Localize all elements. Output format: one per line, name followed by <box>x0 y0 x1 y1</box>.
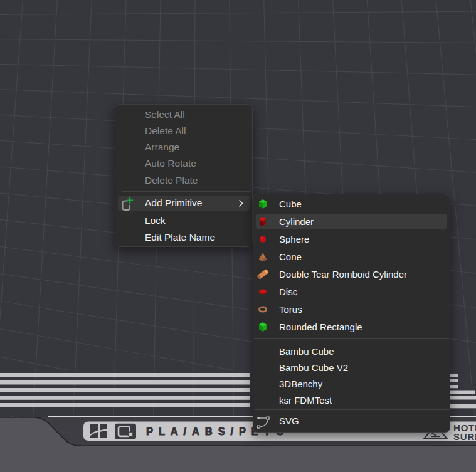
svg-text:SURF: SURF <box>453 431 476 442</box>
